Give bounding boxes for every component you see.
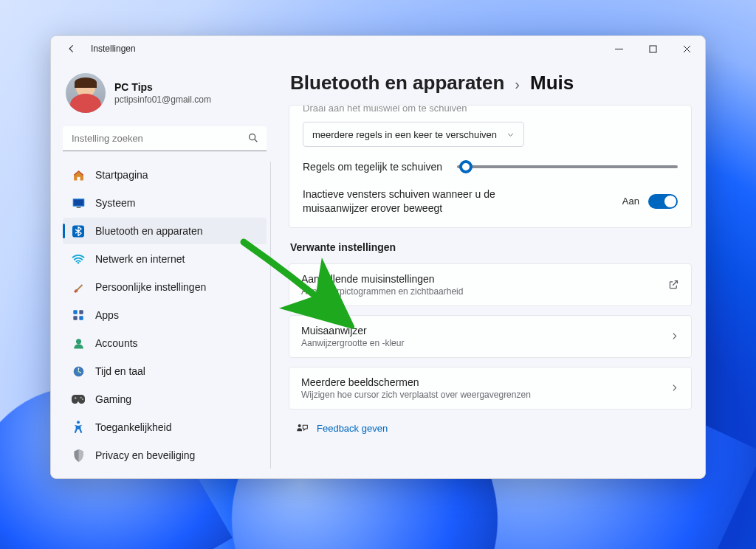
svg-rect-8 <box>79 310 83 314</box>
link-additional-mouse-settings[interactable]: Aanvullende muisinstellingen Aanwijzerpi… <box>289 263 692 306</box>
main-content: Bluetooth en apparaten › Muis Draai aan … <box>275 61 705 478</box>
maximize-button[interactable] <box>636 37 670 61</box>
link-card-title: Aanvullende muisinstellingen <box>301 273 463 285</box>
sidebar-item-label: Bluetooth en apparaten <box>95 225 203 237</box>
wifi-icon <box>72 252 85 266</box>
account-icon <box>72 336 85 350</box>
gaming-icon <box>72 393 85 406</box>
avatar <box>66 73 106 113</box>
link-multiple-displays[interactable]: Meerdere beeldschermen Wijzigen hoe curs… <box>289 367 692 410</box>
feedback-link[interactable]: Feedback geven <box>317 423 388 434</box>
svg-point-16 <box>82 398 83 400</box>
link-card-title: Muisaanwijzer <box>301 325 404 336</box>
search-field[interactable] <box>63 126 267 151</box>
shield-icon <box>72 449 85 462</box>
open-external-icon <box>668 279 679 290</box>
clock-icon <box>72 365 85 378</box>
svg-point-14 <box>76 369 80 373</box>
svg-rect-10 <box>79 316 83 320</box>
inactive-scroll-toggle[interactable] <box>648 194 678 209</box>
svg-rect-9 <box>73 316 77 320</box>
sidebar-item-bluetooth[interactable]: Bluetooth en apparaten <box>63 218 267 244</box>
sidebar-item-label: Privacy en beveiliging <box>95 449 195 461</box>
clipped-setting-label: Draai aan het muiswiel om te schuiven <box>303 106 678 113</box>
chevron-right-icon: › <box>515 76 520 93</box>
search-input[interactable] <box>63 126 267 151</box>
sidebar-item-accounts[interactable]: Accounts <box>63 330 267 356</box>
lines-to-scroll-label: Regels om tegelijk te schuiven <box>303 160 442 174</box>
svg-rect-4 <box>76 207 80 207</box>
window-title: Instellingen <box>91 44 136 54</box>
settings-window: Instellingen PC Tips pctipsinfo01@gmail.… <box>50 35 706 479</box>
sidebar-item-gaming[interactable]: Gaming <box>63 386 267 412</box>
system-icon <box>72 196 85 210</box>
sidebar-item-accessibility[interactable]: Toegankelijkheid <box>63 414 267 441</box>
account-block[interactable]: PC Tips pctipsinfo01@gmail.com <box>63 69 267 123</box>
dropdown-value: meerdere regels in een keer te verschuiv… <box>312 129 497 140</box>
breadcrumb: Bluetooth en apparaten › Muis <box>289 69 692 105</box>
sidebar-item-system[interactable]: Systeem <box>63 190 267 216</box>
sidebar-item-home[interactable]: Startpagina <box>63 162 267 188</box>
sidebar-item-label: Gaming <box>95 393 131 405</box>
toggle-state-text: Aan <box>622 196 639 207</box>
close-button[interactable] <box>670 37 704 61</box>
link-card-subtitle: Wijzigen hoe cursor zich verplaatst over… <box>301 390 531 400</box>
back-button[interactable] <box>61 38 82 59</box>
sidebar-item-network[interactable]: Netwerk en internet <box>63 246 267 272</box>
link-card-subtitle: Aanwijzergrootte en -kleur <box>301 338 404 348</box>
svg-point-15 <box>80 397 82 398</box>
link-card-title: Meerdere beeldschermen <box>301 376 531 388</box>
sidebar-item-apps[interactable]: Apps <box>63 302 267 328</box>
svg-point-1 <box>250 134 255 140</box>
chevron-down-icon <box>506 131 515 139</box>
accessibility-icon <box>72 421 85 434</box>
minimize-button[interactable] <box>602 37 636 61</box>
home-icon <box>72 168 85 182</box>
sidebar-item-label: Startpagina <box>95 169 148 181</box>
nav-list: Startpagina Systeem Bluetooth en apparat… <box>63 162 267 469</box>
bluetooth-icon <box>72 224 85 238</box>
account-name: PC Tips <box>114 81 211 93</box>
sidebar-item-label: Tijd en taal <box>95 365 145 377</box>
sidebar-item-label: Accounts <box>95 337 138 349</box>
related-heading: Verwante instellingen <box>289 237 692 255</box>
sidebar-item-privacy[interactable]: Privacy en beveiliging <box>63 442 267 469</box>
svg-point-6 <box>78 262 80 264</box>
sidebar-item-personalization[interactable]: Persoonlijke instellingen <box>63 274 267 300</box>
feedback-row[interactable]: Feedback geven <box>289 418 692 435</box>
breadcrumb-parent[interactable]: Bluetooth en apparaten <box>290 72 504 94</box>
lines-slider[interactable] <box>457 165 678 168</box>
svg-rect-7 <box>73 310 77 314</box>
search-icon <box>247 132 259 144</box>
scroll-settings-card: Draai aan het muiswiel om te schuiven me… <box>289 105 692 228</box>
svg-point-11 <box>75 339 80 344</box>
chevron-right-icon <box>670 331 679 341</box>
chevron-right-icon <box>670 383 679 393</box>
titlebar: Instellingen <box>51 36 705 61</box>
sidebar-item-label: Persoonlijke instellingen <box>95 281 206 293</box>
scroll-wheel-dropdown[interactable]: meerdere regels in een keer te verschuiv… <box>303 122 524 147</box>
feedback-icon <box>296 423 308 435</box>
link-card-subtitle: Aanwijzerpictogrammen en zichtbaarheid <box>301 286 463 297</box>
account-email: pctipsinfo01@gmail.com <box>114 94 211 105</box>
sidebar-item-label: Netwerk en internet <box>95 253 185 265</box>
breadcrumb-current: Muis <box>530 72 574 94</box>
link-mouse-pointer[interactable]: Muisaanwijzer Aanwijzergrootte en -kleur <box>289 315 692 358</box>
svg-point-17 <box>77 421 80 424</box>
brush-icon <box>72 280 85 294</box>
sidebar-item-label: Apps <box>95 309 119 321</box>
svg-rect-3 <box>74 199 83 205</box>
sidebar: PC Tips pctipsinfo01@gmail.com Startpagi… <box>51 61 275 478</box>
sidebar-item-time[interactable]: Tijd en taal <box>63 358 267 384</box>
svg-rect-0 <box>650 46 656 52</box>
inactive-scroll-label: Inactieve vensters schuiven wanneer u de… <box>303 187 546 215</box>
sidebar-item-label: Systeem <box>95 197 135 209</box>
sidebar-item-label: Toegankelijkheid <box>95 421 172 433</box>
svg-point-18 <box>298 424 301 427</box>
apps-icon <box>72 308 85 322</box>
